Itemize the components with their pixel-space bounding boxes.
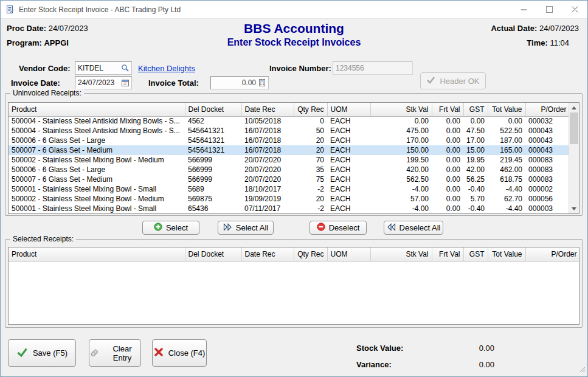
- table-cell[interactable]: 0.00: [432, 145, 463, 155]
- table-cell[interactable]: 000002: [525, 184, 569, 194]
- select-button[interactable]: Select: [142, 221, 199, 235]
- table-cell[interactable]: 47.50: [463, 126, 488, 136]
- table-cell[interactable]: EACH: [327, 165, 370, 175]
- table-cell[interactable]: 0.00: [432, 165, 463, 175]
- invoice-number-input[interactable]: [334, 64, 411, 72]
- table-cell[interactable]: 56.25: [463, 175, 488, 184]
- column-header[interactable]: Date Rec: [241, 247, 294, 261]
- column-header[interactable]: Frt Val: [432, 247, 463, 261]
- table-cell[interactable]: 170.00: [370, 136, 432, 145]
- table-cell[interactable]: EACH: [327, 184, 370, 194]
- table-cell[interactable]: 500001 - Stainless Steel Mixing Bowl - S…: [9, 204, 185, 213]
- table-cell[interactable]: 0.00: [432, 155, 463, 165]
- table-cell[interactable]: 545641321: [185, 145, 241, 155]
- table-cell[interactable]: 5.70: [463, 194, 488, 204]
- table-cell[interactable]: EACH: [327, 145, 370, 155]
- table-cell[interactable]: 70: [294, 155, 327, 165]
- table-cell[interactable]: EACH: [327, 136, 370, 145]
- table-cell[interactable]: 0: [294, 116, 327, 126]
- table-row[interactable]: 500002 - Stainless Steel Mixing Bowl - M…: [9, 194, 569, 204]
- vendor-code-input[interactable]: [77, 64, 120, 72]
- table-cell[interactable]: 187.00: [488, 136, 525, 145]
- column-header[interactable]: Qty Rec: [294, 103, 327, 116]
- table-cell[interactable]: 000056: [525, 194, 569, 204]
- table-cell[interactable]: 475.00: [370, 126, 432, 136]
- table-cell[interactable]: 500007 - 6 Glass Set - Medium: [9, 145, 185, 155]
- table-cell[interactable]: 420.00: [370, 165, 432, 175]
- table-cell[interactable]: 0.00: [463, 116, 488, 126]
- table-cell[interactable]: 500002 - Stainless Steel Mixing Bowl - M…: [9, 155, 185, 165]
- table-cell[interactable]: 20/07/2020: [241, 165, 294, 175]
- table-cell[interactable]: EACH: [327, 126, 370, 136]
- table-cell[interactable]: 62.70: [488, 194, 525, 204]
- table-cell[interactable]: 0.00: [432, 126, 463, 136]
- table-cell[interactable]: 16/07/2018: [241, 126, 294, 136]
- column-header[interactable]: Product: [9, 247, 185, 261]
- table-cell[interactable]: -4.00: [370, 184, 432, 194]
- table-cell[interactable]: 17.00: [463, 136, 488, 145]
- table-cell[interactable]: 18/10/2017: [241, 184, 294, 194]
- table-cell[interactable]: 0.00: [370, 116, 432, 126]
- table-row[interactable]: 500004 - Stainless Steel Antiskid Mixing…: [9, 116, 569, 126]
- table-row[interactable]: 500001 - Stainless Steel Mixing Bowl - S…: [9, 184, 569, 194]
- table-cell[interactable]: EACH: [327, 175, 370, 184]
- search-icon[interactable]: [120, 64, 130, 72]
- table-cell[interactable]: 219.45: [488, 155, 525, 165]
- table-cell[interactable]: 150.00: [370, 145, 432, 155]
- scrollbar-track[interactable]: [569, 112, 579, 204]
- vendor-name-link[interactable]: Kitchen Delights: [138, 64, 195, 73]
- table-cell[interactable]: 462.00: [488, 165, 525, 175]
- table-cell[interactable]: 199.50: [370, 155, 432, 165]
- close-form-button[interactable]: Close (F4): [152, 339, 207, 367]
- table-cell[interactable]: 000083: [525, 165, 569, 175]
- invoice-total-input[interactable]: [212, 78, 257, 87]
- table-cell[interactable]: -2: [294, 184, 327, 194]
- scroll-down-button[interactable]: [569, 204, 579, 213]
- column-header[interactable]: Frt Val: [432, 103, 463, 116]
- table-cell[interactable]: EACH: [327, 155, 370, 165]
- table-cell[interactable]: 000043: [525, 145, 569, 155]
- table-cell[interactable]: EACH: [327, 204, 370, 213]
- table-cell[interactable]: 0.00: [432, 136, 463, 145]
- table-cell[interactable]: EACH: [327, 116, 370, 126]
- table-cell[interactable]: 0.00: [488, 116, 525, 126]
- table-row[interactable]: 500001 - Stainless Steel Mixing Bowl - S…: [9, 204, 569, 213]
- calculator-icon[interactable]: [257, 78, 267, 87]
- column-header[interactable]: Stk Val: [370, 247, 432, 261]
- table-cell[interactable]: -0.40: [463, 204, 488, 213]
- table-cell[interactable]: 618.75: [488, 175, 525, 184]
- table-cell[interactable]: 0.00: [432, 204, 463, 213]
- table-row[interactable]: 500002 - Stainless Steel Mixing Bowl - M…: [9, 155, 569, 165]
- save-button[interactable]: Save (F5): [8, 339, 76, 367]
- table-cell[interactable]: 0.00: [432, 194, 463, 204]
- table-cell[interactable]: 0.00: [432, 116, 463, 126]
- table-cell[interactable]: 4562: [185, 116, 241, 126]
- table-cell[interactable]: -4.40: [488, 204, 525, 213]
- table-cell[interactable]: 20: [294, 145, 327, 155]
- table-cell[interactable]: 566999: [185, 155, 241, 165]
- column-header[interactable]: Qty Rec: [294, 247, 327, 261]
- table-cell[interactable]: 000003: [525, 204, 569, 213]
- table-cell[interactable]: 65436: [185, 204, 241, 213]
- column-header[interactable]: Del Docket: [185, 247, 241, 261]
- table-row[interactable]: 500007 - 6 Glass Set - Medium54564132116…: [9, 145, 569, 155]
- table-cell[interactable]: 562.50: [370, 175, 432, 184]
- column-header[interactable]: P/Order: [525, 247, 579, 261]
- column-header[interactable]: GST: [463, 103, 488, 116]
- table-cell[interactable]: 500007 - 6 Glass Set - Medium: [9, 175, 185, 184]
- table-cell[interactable]: 566999: [185, 175, 241, 184]
- table-cell[interactable]: 500004 - Stainless Steel Antiskid Mixing…: [9, 126, 185, 136]
- close-button[interactable]: [562, 1, 587, 18]
- column-header[interactable]: Date Rec: [241, 103, 294, 116]
- table-cell[interactable]: 0.00: [432, 184, 463, 194]
- scroll-up-button[interactable]: [569, 103, 579, 112]
- table-cell[interactable]: -4.40: [488, 184, 525, 194]
- table-cell[interactable]: EACH: [327, 194, 370, 204]
- table-cell[interactable]: 15.00: [463, 145, 488, 155]
- table-cell[interactable]: 07/11/2017: [241, 204, 294, 213]
- table-cell[interactable]: -4.00: [370, 204, 432, 213]
- table-cell[interactable]: 500004 - Stainless Steel Antiskid Mixing…: [9, 116, 185, 126]
- select-all-button[interactable]: Select All: [218, 221, 274, 235]
- table-cell[interactable]: 500006 - 6 Glass Set - Large: [9, 136, 185, 145]
- column-header[interactable]: Product: [9, 103, 185, 116]
